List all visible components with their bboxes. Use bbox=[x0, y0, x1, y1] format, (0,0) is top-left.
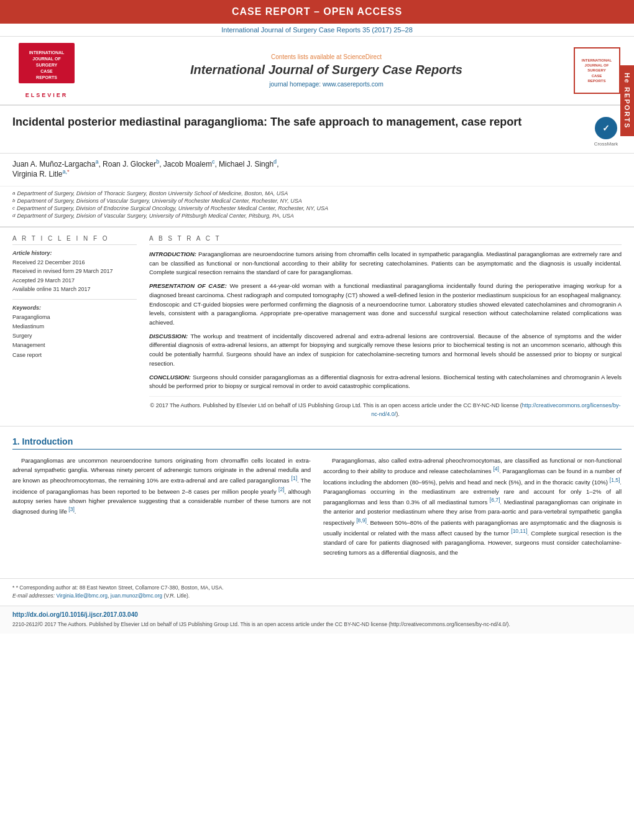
article-history-group: Article history: Received 22 December 20… bbox=[12, 250, 137, 294]
ref-3[interactable]: [3] bbox=[68, 506, 74, 512]
main-content: 1. Introduction Paragangliomas are uncom… bbox=[0, 427, 634, 572]
author4: Michael J. Singh bbox=[219, 160, 273, 168]
journal-homepage: journal homepage: www.casereports.com bbox=[87, 81, 566, 88]
affil-sup-d: d bbox=[12, 213, 15, 219]
top-banner: CASE REPORT – OPEN ACCESS bbox=[0, 0, 634, 24]
he-reports-text: He REPORTS bbox=[623, 73, 631, 129]
logo-box-text: INTERNATIONALJOURNAL OFSURGERYCASEREPORT… bbox=[582, 58, 612, 84]
journal-logo-box: INTERNATIONALJOURNAL OFSURGERYCASEREPORT… bbox=[574, 47, 620, 94]
svg-text:SURGERY: SURGERY bbox=[36, 63, 58, 67]
abstract-disc-text: The workup and treatment of incidentally… bbox=[149, 333, 622, 367]
article-info-heading: A R T I C L E I N F O bbox=[12, 235, 137, 245]
affiliations-section: a Department of Surgery, Division of Tho… bbox=[0, 187, 634, 228]
divider1 bbox=[12, 299, 137, 300]
article-history-label: Article history: bbox=[12, 250, 137, 256]
article-info-col: A R T I C L E I N F O Article history: R… bbox=[12, 235, 137, 418]
elsevier-logo-svg: INTERNATIONAL JOURNAL OF SURGERY CASE RE… bbox=[19, 43, 75, 90]
ref-1[interactable]: [1] bbox=[292, 475, 297, 481]
article-title: Incidental posterior mediastinal paragan… bbox=[12, 114, 584, 130]
footnote-corresponding-text: * Corresponding author at: 88 East Newto… bbox=[16, 584, 224, 591]
abstract-disc-label: DISCUSSION: bbox=[149, 333, 188, 339]
keywords-list: Paraganglioma Mediastinum Surgery Manage… bbox=[12, 313, 137, 360]
with-text: with bbox=[398, 530, 409, 537]
keyword-2: Mediastinum bbox=[12, 322, 137, 331]
svg-text:REPORTS: REPORTS bbox=[36, 75, 57, 80]
sciencedirect-info: Contents lists available at ScienceDirec… bbox=[87, 53, 566, 60]
affil-sup-c: c bbox=[12, 205, 15, 211]
abstract-col: A B S T R A C T INTRODUCTION: Paragangli… bbox=[149, 235, 622, 418]
abstract-introduction: INTRODUCTION: Paragangliomas are neuroen… bbox=[149, 250, 622, 277]
ref-4[interactable]: [4] bbox=[493, 466, 498, 472]
ref-8-9[interactable]: [8,9] bbox=[356, 517, 367, 524]
homepage-prefix: journal homepage: bbox=[269, 81, 323, 88]
author5: Virginia R. Litle bbox=[12, 170, 62, 178]
top-banner-text: CASE REPORT – OPEN ACCESS bbox=[232, 6, 402, 17]
header-section: INTERNATIONAL JOURNAL OF SURGERY CASE RE… bbox=[0, 37, 634, 106]
crossmark-badge[interactable]: ✓ CrossMark bbox=[590, 117, 622, 147]
elsevier-logo: INTERNATIONAL JOURNAL OF SURGERY CASE RE… bbox=[12, 43, 81, 98]
article-title-section: Incidental posterior mediastinal paragan… bbox=[0, 106, 634, 154]
author3-sup: c bbox=[212, 159, 215, 165]
author5-sup: a,* bbox=[62, 168, 69, 175]
abstract-pres-label: PRESENTATION OF CASE: bbox=[149, 282, 227, 289]
copyright-close: ). bbox=[396, 411, 400, 417]
intro-two-col: Paragangliomas are uncommon neuroendocri… bbox=[12, 456, 622, 562]
he-reports-badge: He REPORTS bbox=[620, 65, 634, 136]
copyright-main: © 2017 The Authors. Published by Elsevie… bbox=[150, 402, 522, 408]
footnote-email-line: E-mail addresses: Virginia.litle@bmc.org… bbox=[12, 592, 622, 601]
keyword-5: Case report bbox=[12, 351, 137, 360]
footnote-email2[interactable]: juan.munoz@bmc.org bbox=[111, 593, 162, 599]
author1: Juan A. Muñoz-Largacha bbox=[12, 160, 95, 168]
doi-link[interactable]: http://dx.doi.org/10.1016/j.ijscr.2017.0… bbox=[12, 611, 622, 618]
affil-text-c: Department of Surgery, Division of Endoc… bbox=[17, 205, 328, 211]
date-received: Received 22 December 2016 bbox=[12, 258, 137, 267]
date-revised: Received in revised form 29 March 2017 bbox=[12, 267, 137, 275]
journal-title: International Journal of Surgery Case Re… bbox=[87, 63, 566, 77]
page-wrapper: CASE REPORT – OPEN ACCESS International … bbox=[0, 0, 634, 840]
ref-1-5[interactable]: [1,5] bbox=[610, 477, 620, 483]
ref-2[interactable]: [2] bbox=[278, 486, 284, 492]
journal-logo-right: INTERNATIONALJOURNAL OFSURGERYCASEREPORT… bbox=[572, 47, 622, 94]
intro-heading: 1. Introduction bbox=[12, 436, 622, 450]
abstract-conclusion: CONCLUSION: Surgeons should consider par… bbox=[149, 373, 622, 391]
crossmark-circle: ✓ bbox=[595, 117, 617, 139]
affil-text-a: Department of Surgery, Division of Thora… bbox=[17, 190, 288, 196]
affiliation-c: c Department of Surgery, Division of End… bbox=[12, 205, 622, 211]
bottom-bar: http://dx.doi.org/10.1016/j.ijscr.2017.0… bbox=[0, 606, 634, 634]
affil-text-b: Department of Surgery, Divisions of Vasc… bbox=[17, 198, 301, 204]
affiliation-b: b Department of Surgery, Divisions of Va… bbox=[12, 198, 622, 204]
footnote-section: * * Corresponding author at: 88 East New… bbox=[0, 578, 634, 606]
abstract-conc-text: Surgeons should consider paragangliomas … bbox=[149, 374, 622, 390]
svg-text:INTERNATIONAL: INTERNATIONAL bbox=[29, 50, 65, 55]
sciencedirect-prefix: Contents lists available at bbox=[271, 53, 343, 60]
copyright-text: © 2017 The Authors. Published by Elsevie… bbox=[149, 396, 622, 418]
author4-sup: d bbox=[273, 159, 277, 165]
article-history-dates: Received 22 December 2016 Received in re… bbox=[12, 258, 137, 294]
elsevier-logo-composite: INTERNATIONAL JOURNAL OF SURGERY CASE RE… bbox=[12, 43, 81, 98]
keyword-4: Management bbox=[12, 341, 137, 350]
footnote-star: * bbox=[12, 584, 14, 591]
footnote-email-label: E-mail addresses: bbox=[12, 593, 55, 599]
keyword-3: Surgery bbox=[12, 331, 137, 341]
abstract-presentation: PRESENTATION OF CASE: We present a 44-ye… bbox=[149, 282, 622, 328]
svg-text:JOURNAL OF: JOURNAL OF bbox=[32, 57, 61, 61]
header-middle: Contents lists available at ScienceDirec… bbox=[87, 53, 566, 88]
ref-10-11[interactable]: [10,11] bbox=[511, 528, 527, 534]
footnote-email1[interactable]: Virginia.litle@bmc.org bbox=[56, 593, 108, 599]
authors-section: Juan A. Muñoz-Largachaa, Roan J. Glocker… bbox=[0, 154, 634, 187]
ref-6-7[interactable]: [6,7] bbox=[490, 497, 500, 503]
keywords-group: Keywords: Paraganglioma Mediastinum Surg… bbox=[12, 305, 137, 360]
abstract-intro-label: INTRODUCTION: bbox=[149, 251, 196, 257]
sciencedirect-link-text[interactable]: ScienceDirect bbox=[343, 53, 382, 60]
keywords-label: Keywords: bbox=[12, 305, 137, 311]
date-online: Available online 31 March 2017 bbox=[12, 285, 137, 293]
author2: Roan J. Glocker bbox=[103, 160, 156, 168]
intro-p1: Paragangliomas are uncommon neuroendocri… bbox=[12, 456, 311, 517]
journal-issue-info: International Journal of Surgery Case Re… bbox=[221, 26, 413, 34]
abstract-intro-text: Paragangliomas are neuroendocrine tumors… bbox=[149, 251, 622, 275]
info-abstract-section: A R T I C L E I N F O Article history: R… bbox=[0, 228, 634, 427]
footnote-email-suffix: (V.R. Litle). bbox=[163, 593, 190, 599]
homepage-link[interactable]: www.casereports.com bbox=[323, 81, 384, 88]
intro-p2: Paragangliomas, also called extra-adrena… bbox=[323, 456, 622, 557]
crossmark-label: CrossMark bbox=[594, 141, 618, 147]
